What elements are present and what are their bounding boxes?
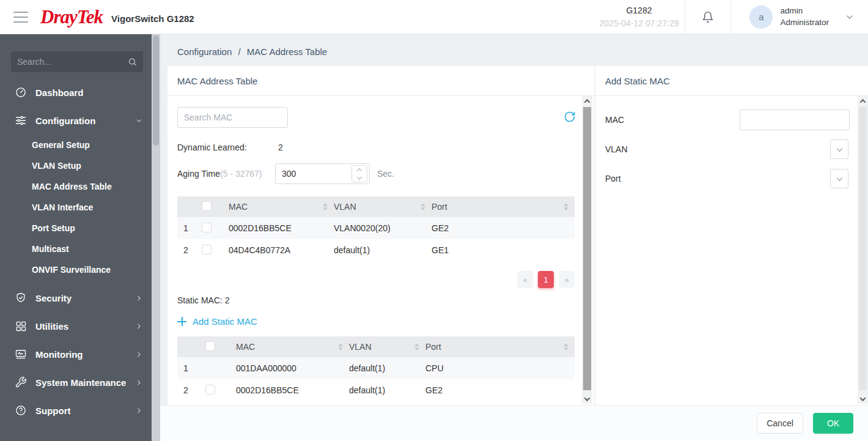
chevron-right-icon bbox=[135, 407, 143, 415]
side-panel-scrollbar[interactable] bbox=[858, 96, 868, 404]
user-name: admin bbox=[780, 6, 829, 17]
user-role: Administrator bbox=[780, 17, 829, 29]
ok-button[interactable]: OK bbox=[813, 413, 853, 434]
pagination-next-button[interactable]: » bbox=[559, 271, 575, 288]
select-all-checkbox[interactable] bbox=[202, 201, 211, 211]
table-row: 1 0002D16BB5CE VLAN0020(20) GE2 bbox=[177, 217, 575, 239]
monitoring-icon bbox=[15, 348, 27, 360]
scroll-up-icon[interactable] bbox=[582, 96, 592, 106]
column-header-vlan[interactable]: VLAN bbox=[334, 202, 356, 212]
sidebar-item-label: VLAN Interface bbox=[32, 202, 93, 212]
column-header-port[interactable]: Port bbox=[425, 342, 441, 352]
row-checkbox[interactable] bbox=[202, 245, 211, 254]
breadcrumb-separator: / bbox=[238, 46, 240, 57]
sidebar-item-dashboard[interactable]: Dashboard bbox=[0, 78, 152, 106]
sidebar-item-security[interactable]: Security bbox=[0, 284, 152, 312]
add-static-mac-link[interactable]: Add Static MAC bbox=[177, 316, 594, 327]
mac-field-input[interactable] bbox=[740, 109, 850, 130]
vlan-select[interactable] bbox=[830, 139, 848, 159]
sidebar-item-port-setup[interactable]: Port Setup bbox=[0, 218, 152, 239]
notification-bell-icon[interactable] bbox=[685, 11, 730, 23]
sidebar-item-utilities[interactable]: Utilities bbox=[0, 312, 152, 340]
panel-title: MAC Address Table bbox=[177, 76, 257, 86]
sidebar-item-mac-address-table[interactable]: MAC Address Table bbox=[0, 176, 152, 197]
table-header-row: MAC VLAN Port bbox=[177, 336, 575, 357]
cell-mac: 0002D16BB5CE bbox=[229, 223, 334, 233]
mac-field-label: MAC bbox=[605, 115, 624, 125]
row-index: 1 bbox=[177, 223, 202, 233]
row-index: 1 bbox=[177, 363, 205, 373]
dynamic-mac-table: MAC VLAN Port 1 0002D16BB5CE VLAN0020(20… bbox=[177, 196, 575, 261]
scroll-down-icon[interactable] bbox=[582, 394, 592, 404]
aging-time-range: (5 - 32767) bbox=[220, 169, 262, 179]
column-header-mac[interactable]: MAC bbox=[236, 342, 255, 352]
sidebar-item-label: VLAN Setup bbox=[32, 161, 81, 171]
chevron-right-icon bbox=[135, 322, 143, 330]
sort-icon[interactable] bbox=[338, 343, 343, 350]
mac-address-table-panel: MAC Address Table Dynamic Learned: 2 Agi… bbox=[167, 66, 594, 405]
scroll-down-icon[interactable] bbox=[858, 394, 868, 404]
breadcrumb-current: MAC Address Table bbox=[247, 46, 327, 57]
sidebar-item-label: Monitoring bbox=[35, 349, 83, 360]
sidebar-item-label: MAC Address Table bbox=[32, 182, 112, 191]
footer-bar: Cancel OK bbox=[160, 405, 868, 441]
row-index: 2 bbox=[177, 245, 202, 255]
pagination: « 1 » bbox=[177, 271, 575, 288]
column-header-mac[interactable]: MAC bbox=[229, 202, 248, 212]
chevron-right-icon bbox=[135, 294, 143, 302]
spinner-up-icon[interactable] bbox=[352, 166, 367, 174]
sort-icon[interactable] bbox=[564, 203, 568, 210]
sidebar-item-label: Dashboard bbox=[35, 87, 83, 98]
sidebar-search[interactable] bbox=[11, 51, 143, 72]
sidebar-item-multicast[interactable]: Multicast bbox=[0, 239, 152, 259]
sidebar-item-general-setup[interactable]: General Setup bbox=[0, 135, 152, 155]
row-checkbox[interactable] bbox=[202, 223, 211, 232]
sidebar-item-system-maintenance[interactable]: System Maintenance bbox=[0, 368, 152, 396]
avatar: a bbox=[749, 6, 773, 29]
app-title: VigorSwitch G1282 bbox=[111, 10, 194, 24]
scroll-up-icon[interactable] bbox=[858, 96, 868, 106]
cell-vlan: default(1) bbox=[334, 245, 432, 255]
breadcrumb-parent[interactable]: Configuration bbox=[177, 46, 232, 57]
system-maintenance-icon bbox=[15, 376, 27, 388]
table-row: 1 001DAA000000 default(1) CPU bbox=[177, 357, 575, 379]
sidebar-item-configuration[interactable]: Configuration bbox=[0, 106, 152, 135]
chevron-right-icon bbox=[135, 350, 143, 358]
sidebar-search-input[interactable] bbox=[17, 57, 128, 67]
header: DrayTek VigorSwitch G1282 G1282 2025-04-… bbox=[0, 0, 868, 34]
sort-icon[interactable] bbox=[564, 343, 568, 350]
sidebar-item-support[interactable]: Support bbox=[0, 396, 152, 424]
column-header-vlan[interactable]: VLAN bbox=[349, 342, 372, 352]
device-model: G1282 bbox=[599, 4, 679, 17]
cancel-button[interactable]: Cancel bbox=[757, 413, 803, 434]
spinner-down-icon[interactable] bbox=[352, 174, 367, 182]
sidebar-item-vlan-interface[interactable]: VLAN Interface bbox=[0, 197, 152, 218]
user-menu[interactable]: a admin Administrator bbox=[731, 6, 868, 29]
sidebar-scrollbar[interactable] bbox=[152, 34, 160, 441]
sidebar-item-monitoring[interactable]: Monitoring bbox=[0, 340, 152, 368]
sidebar-scrollbar-thumb[interactable] bbox=[153, 35, 159, 146]
sidebar-item-onvif-surveillance[interactable]: ONVIF Surveillance bbox=[0, 259, 152, 280]
scrollbar-thumb[interactable] bbox=[583, 107, 591, 390]
sort-icon[interactable] bbox=[421, 203, 425, 210]
sort-icon[interactable] bbox=[323, 203, 328, 210]
panel-body: MAC VLAN Port bbox=[595, 96, 868, 405]
search-mac-input[interactable] bbox=[177, 107, 288, 128]
sidebar-item-label: Utilities bbox=[35, 321, 68, 332]
plus-icon bbox=[177, 317, 186, 326]
column-header-port[interactable]: Port bbox=[432, 202, 447, 212]
sort-icon[interactable] bbox=[414, 343, 419, 350]
timestamp: 2025-04-12 07:27:29 bbox=[599, 17, 679, 29]
draytek-logo: DrayTek bbox=[40, 7, 103, 26]
main-panel-scrollbar[interactable] bbox=[582, 96, 592, 404]
row-checkbox[interactable] bbox=[205, 385, 215, 395]
scrollbar-thumb[interactable] bbox=[859, 107, 867, 390]
port-select[interactable] bbox=[830, 169, 848, 188]
chevron-down-icon bbox=[836, 175, 842, 181]
refresh-icon[interactable] bbox=[564, 111, 576, 125]
select-all-checkbox[interactable] bbox=[205, 341, 215, 351]
pagination-prev-button[interactable]: « bbox=[517, 271, 533, 288]
hamburger-menu-icon[interactable] bbox=[13, 12, 28, 23]
pagination-page-1[interactable]: 1 bbox=[538, 271, 554, 288]
sidebar-item-vlan-setup[interactable]: VLAN Setup bbox=[0, 155, 152, 176]
